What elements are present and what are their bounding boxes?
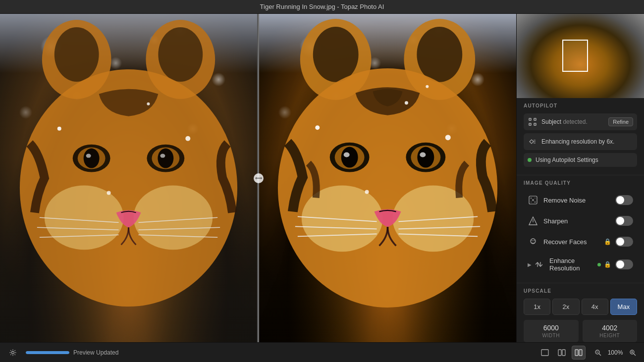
dimension-row: 6000 Width 4002 Height [524, 320, 637, 342]
subject-icon [528, 117, 537, 127]
recover-faces-icon [528, 236, 538, 247]
single-view-left-button[interactable] [538, 346, 552, 360]
recover-faces-row: Recover Faces 🔒 [524, 232, 637, 251]
svg-point-5 [45, 185, 124, 250]
upscale-4x-button[interactable]: 4x [582, 299, 608, 315]
single-view-right-button[interactable] [555, 346, 569, 360]
svg-point-35 [344, 153, 350, 157]
upscale-max-button[interactable]: Max [610, 299, 637, 315]
subject-label: Subject detected. [541, 118, 608, 125]
thumbnail-area [517, 14, 644, 98]
svg-point-66 [12, 351, 14, 354]
image-quality-section: IMAGE QUALITY Remove Noise [517, 175, 644, 283]
height-label: Height [588, 333, 633, 338]
zoom-out-button[interactable] [592, 347, 603, 358]
sharpen-label: Sharpen [543, 217, 615, 225]
zoom-control: 100% [592, 347, 638, 358]
svg-rect-67 [541, 350, 548, 356]
image-panel: ⟺ [0, 14, 516, 342]
split-handle[interactable]: ⟺ [254, 173, 264, 183]
svg-line-73 [599, 354, 601, 356]
upscale-section: UPSCALE 1x 2x 4x Max 6000 Width 4002 Hei… [517, 283, 644, 342]
svg-line-76 [634, 354, 636, 356]
image-quality-title: IMAGE QUALITY [524, 180, 637, 186]
svg-point-56 [531, 198, 532, 199]
svg-rect-69 [562, 350, 565, 356]
autopilot-title: AUTOPILOT [524, 103, 637, 108]
svg-point-13 [158, 149, 173, 168]
resolution-icon [528, 137, 537, 147]
thumbnail-selection[interactable] [562, 40, 588, 72]
svg-point-46 [315, 125, 320, 130]
right-panel: AUTOPILOT Subject detected. Refine [516, 14, 644, 342]
svg-point-60 [535, 202, 536, 203]
svg-point-38 [417, 147, 434, 168]
svg-rect-71 [579, 350, 582, 356]
height-box: 4002 Height [583, 320, 638, 342]
svg-point-10 [86, 154, 91, 158]
svg-rect-51 [529, 118, 531, 120]
refine-button[interactable]: Refine [608, 117, 633, 126]
svg-rect-53 [529, 123, 531, 125]
width-value: 6000 [529, 324, 574, 332]
svg-point-48 [445, 135, 451, 140]
split-divider[interactable]: ⟺ [258, 14, 259, 342]
enhance-resolution-status-dot [597, 263, 601, 266]
enhance-resolution-label: Enhance Resolution [549, 257, 597, 272]
width-label: Width [529, 333, 574, 338]
tiger-face-after [259, 14, 516, 342]
svg-point-27 [313, 27, 359, 82]
svg-point-21 [57, 127, 61, 131]
progress-label: Preview Updated [73, 349, 118, 356]
toolbar-right: 100% [538, 346, 638, 360]
progress-container: Preview Updated [26, 349, 532, 356]
svg-point-14 [160, 154, 165, 158]
zoom-value: 100% [605, 349, 625, 356]
svg-rect-54 [534, 123, 536, 125]
window-title: Tiger Running In Snow.jpg - Topaz Photo … [260, 3, 384, 10]
enhance-resolution-toggle[interactable] [615, 259, 633, 269]
toolbar-left [6, 346, 20, 360]
settings-gear-button[interactable] [6, 346, 20, 360]
sharpen-row: Sharpen [524, 211, 637, 230]
recover-faces-lock-icon: 🔒 [604, 238, 611, 245]
svg-rect-70 [575, 350, 578, 356]
sharpen-toggle[interactable] [615, 216, 633, 226]
svg-point-57 [535, 198, 536, 199]
autopilot-settings-row: Using Autopilot Settings [524, 153, 637, 167]
split-view-button[interactable] [572, 346, 586, 360]
svg-point-59 [531, 202, 532, 203]
svg-point-22 [147, 103, 150, 105]
width-box: 6000 Width [524, 320, 579, 342]
svg-rect-68 [558, 350, 561, 356]
enhance-resolution-lock-icon: 🔒 [604, 261, 611, 268]
upscale-1x-button[interactable]: 1x [524, 299, 550, 315]
svg-point-64 [532, 240, 533, 241]
upscale-2x-button[interactable]: 2x [552, 299, 579, 315]
remove-noise-toggle[interactable] [615, 195, 633, 205]
expand-arrow-icon[interactable]: ▶ [528, 262, 532, 267]
svg-rect-52 [534, 118, 536, 120]
after-image [259, 14, 516, 342]
svg-point-9 [84, 149, 100, 168]
enhance-resolution-icon [534, 259, 544, 270]
svg-point-63 [531, 239, 536, 244]
svg-point-3 [158, 27, 203, 82]
zoom-in-button[interactable] [627, 347, 638, 358]
main-area: ⟺ [0, 14, 644, 342]
height-value: 4002 [588, 324, 633, 332]
tiger-face-before [0, 14, 257, 342]
svg-point-24 [107, 191, 111, 195]
upscale-title: UPSCALE [524, 288, 637, 294]
before-image [0, 14, 258, 342]
upscale-options: 1x 2x 4x Max [524, 299, 637, 315]
recover-faces-label: Recover Faces [543, 238, 604, 246]
svg-point-28 [417, 27, 462, 82]
autopilot-section: AUTOPILOT Subject detected. Refine [517, 98, 644, 175]
svg-point-50 [426, 85, 429, 88]
remove-noise-row: Remove Noise [524, 191, 637, 209]
recover-faces-toggle[interactable] [615, 237, 633, 247]
progress-fill [26, 351, 69, 354]
green-status-dot [528, 158, 532, 162]
resolution-row: Enhancing resolution by 6x. [524, 133, 637, 150]
